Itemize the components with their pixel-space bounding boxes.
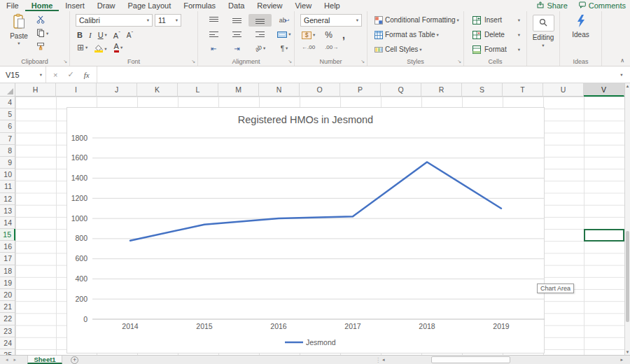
align-left-button[interactable] [202, 28, 225, 41]
align-right-button[interactable] [248, 28, 272, 41]
row-header-16[interactable]: 16 [0, 241, 15, 253]
expand-formula-bar-icon[interactable]: ▾ [613, 66, 630, 83]
bold-button[interactable]: B [77, 31, 83, 39]
fill-color-button[interactable]: ▾ [94, 45, 106, 52]
row-header-6[interactable]: 6 [0, 120, 15, 132]
column-header-O[interactable]: O [300, 83, 340, 97]
comments-button[interactable]: Comments [579, 1, 626, 10]
sheet-nav-right-icon[interactable]: ▸ [14, 357, 17, 363]
sheet-nav-left-icon[interactable]: ◂ [6, 357, 8, 363]
tab-home[interactable]: Home [25, 0, 59, 11]
font-size-select[interactable]: 11 ▾ [155, 14, 181, 27]
row-header-14[interactable]: 14 [0, 217, 15, 229]
decrease-indent-button[interactable]: ⇤ [202, 42, 225, 55]
tab-view[interactable]: View [288, 0, 318, 11]
row-header-24[interactable]: 24 [0, 337, 15, 349]
styles-dialog-launcher-icon[interactable]: ↘ [457, 59, 461, 64]
scroll-up-icon[interactable]: ▲ [625, 84, 630, 88]
align-top-button[interactable] [202, 14, 225, 27]
italic-button[interactable]: I [89, 31, 92, 39]
copy-button[interactable]: ▾ [36, 28, 48, 38]
row-header-15[interactable]: 15 [0, 229, 15, 241]
conditional-formatting-button[interactable]: Conditional Formatting ▾ [374, 15, 459, 25]
increase-decimal-button[interactable]: ←.00 [302, 44, 315, 50]
align-bottom-button[interactable] [248, 14, 272, 27]
vertical-scrollbar[interactable]: ▲ ▼ [624, 83, 630, 355]
row-header-17[interactable]: 17 [0, 253, 15, 265]
number-dialog-launcher-icon[interactable]: ↘ [360, 59, 365, 64]
column-header-S[interactable]: S [462, 83, 503, 97]
vertical-scrollbar-thumb[interactable] [626, 231, 629, 322]
editing-button[interactable] [533, 15, 554, 31]
share-button[interactable]: Share [537, 1, 567, 10]
alignment-dialog-launcher-icon[interactable]: ↘ [288, 59, 292, 64]
row-header-7[interactable]: 7 [0, 133, 15, 145]
clipboard-dialog-launcher-icon[interactable]: ↘ [63, 59, 67, 64]
underline-button[interactable]: U▾ [98, 31, 107, 39]
align-center-button[interactable] [225, 28, 248, 41]
cut-button[interactable] [36, 15, 48, 25]
row-header-9[interactable]: 9 [0, 157, 15, 169]
column-header-K[interactable]: K [137, 83, 178, 97]
cell-styles-button[interactable]: Cell Styles ▾ [374, 44, 459, 55]
number-format-select[interactable]: General ▾ [300, 14, 362, 27]
row-header-20[interactable]: 20 [0, 289, 15, 301]
formula-input[interactable] [97, 66, 613, 83]
row-header-4[interactable]: 4 [0, 97, 15, 108]
active-cell-V15[interactable] [584, 229, 624, 241]
font-dialog-launcher-icon[interactable]: ↘ [191, 59, 195, 64]
column-header-J[interactable]: J [97, 83, 137, 97]
delete-cells-button[interactable]: Delete ▾ [472, 29, 520, 40]
column-header-V[interactable]: V [584, 83, 624, 97]
row-header-22[interactable]: 22 [0, 313, 15, 325]
sheet-tab-sheet1[interactable]: Sheet1 [27, 356, 62, 364]
percent-style-button[interactable]: % [325, 30, 332, 40]
row-header-13[interactable]: 13 [0, 205, 15, 217]
decrease-font-button[interactable]: Aˇ [127, 30, 133, 39]
ideas-button[interactable]: Ideas [560, 15, 601, 38]
comma-style-button[interactable]: , [342, 29, 345, 41]
chart[interactable]: Registered HMOs in Jesmond 0200400600800… [66, 107, 545, 354]
tab-help[interactable]: Help [318, 0, 346, 11]
format-cells-button[interactable]: Format ▾ [472, 44, 520, 55]
column-header-N[interactable]: N [259, 83, 300, 97]
font-color-button[interactable]: A▾ [114, 43, 123, 52]
row-header-11[interactable]: 11 [0, 181, 15, 192]
name-box[interactable]: V15 ▾ [0, 66, 46, 83]
orientation-button[interactable]: ab▾ [248, 42, 272, 55]
borders-button[interactable]: ⊞▾ [77, 43, 88, 52]
row-header-21[interactable]: 21 [0, 301, 15, 313]
column-header-U[interactable]: U [543, 83, 584, 97]
column-header-R[interactable]: R [421, 83, 462, 97]
align-middle-button[interactable] [225, 14, 248, 27]
column-header-M[interactable]: M [218, 83, 259, 97]
scrollbar-resize-dots-icon[interactable]: ⋮ [375, 357, 381, 363]
row-header-25[interactable]: 25 [0, 349, 15, 355]
decrease-decimal-button[interactable]: .00→ [325, 44, 338, 50]
increase-indent-button[interactable]: ⇥ [225, 42, 248, 55]
column-header-T[interactable]: T [503, 83, 543, 97]
accounting-format-button[interactable]: $▾ [302, 31, 315, 39]
row-header-8[interactable]: 8 [0, 145, 15, 157]
horizontal-scrollbar[interactable]: ◂ ▸ [381, 356, 624, 364]
tab-formulas[interactable]: Formulas [177, 0, 222, 11]
text-direction-button[interactable]: ¶▾ [272, 42, 297, 55]
row-header-19[interactable]: 19 [0, 277, 15, 289]
row-header-23[interactable]: 23 [0, 326, 15, 337]
row-header-5[interactable]: 5 [0, 108, 15, 120]
format-painter-button[interactable] [36, 41, 48, 52]
column-header-L[interactable]: L [178, 83, 218, 97]
paste-button[interactable]: Paste ▾ [4, 13, 34, 55]
row-header-12[interactable]: 12 [0, 193, 15, 205]
scroll-down-icon[interactable]: ▼ [625, 350, 630, 354]
tab-page-layout[interactable]: Page Layout [121, 0, 177, 11]
cancel-icon[interactable]: × [53, 71, 57, 79]
tab-file[interactable]: File [0, 0, 25, 11]
tab-insert[interactable]: Insert [59, 0, 91, 11]
horizontal-scrollbar-thumb[interactable] [431, 356, 510, 363]
enter-check-icon[interactable]: ✓ [67, 70, 74, 79]
insert-function-icon[interactable]: fx [84, 71, 90, 79]
column-header-I[interactable]: I [56, 83, 97, 97]
row-header-10[interactable]: 10 [0, 169, 15, 181]
merge-center-button[interactable]: ▾ [272, 28, 297, 41]
